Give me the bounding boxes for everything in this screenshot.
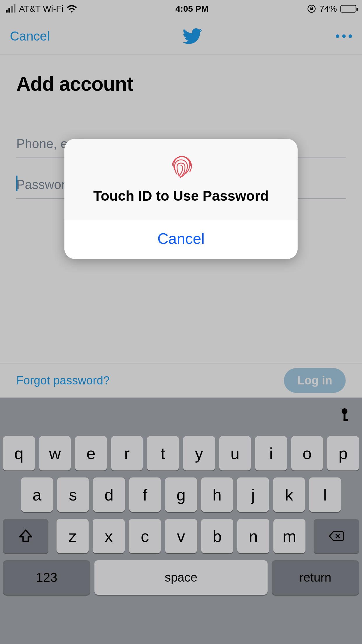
backspace-key[interactable]: [314, 519, 359, 553]
dialog-cancel-button[interactable]: Cancel: [64, 220, 298, 259]
key-r[interactable]: r: [111, 436, 143, 470]
key-g[interactable]: g: [165, 477, 197, 512]
key-t[interactable]: t: [147, 436, 179, 470]
battery-icon: [340, 5, 356, 13]
passwords-key-icon[interactable]: [339, 408, 350, 423]
key-z[interactable]: z: [57, 519, 89, 553]
carrier-label: AT&T Wi-Fi: [19, 4, 63, 14]
key-m[interactable]: m: [273, 519, 305, 553]
login-button[interactable]: Log in: [284, 368, 346, 393]
key-p[interactable]: p: [327, 436, 359, 470]
key-o[interactable]: o: [291, 436, 323, 470]
cancel-button[interactable]: Cancel: [10, 29, 50, 43]
key-d[interactable]: d: [93, 477, 125, 512]
more-options-button[interactable]: [336, 34, 352, 38]
return-key[interactable]: return: [272, 560, 359, 595]
key-u[interactable]: u: [219, 436, 251, 470]
svg-rect-3: [344, 419, 348, 421]
key-a[interactable]: a: [21, 477, 53, 512]
fingerprint-icon: [168, 153, 194, 179]
key-i[interactable]: i: [255, 436, 287, 470]
key-y[interactable]: y: [183, 436, 215, 470]
key-w[interactable]: w: [39, 436, 71, 470]
key-h[interactable]: h: [201, 477, 233, 512]
keyboard: qwertyuiop asdfghjkl zxcvbnm 123 space r…: [0, 398, 362, 644]
key-s[interactable]: s: [57, 477, 89, 512]
dialog-title: Touch ID to Use Password: [73, 188, 289, 204]
key-v[interactable]: v: [165, 519, 197, 553]
key-l[interactable]: l: [309, 477, 341, 512]
key-f[interactable]: f: [129, 477, 161, 512]
forgot-password-link[interactable]: Forgot password?: [16, 374, 110, 387]
numbers-key[interactable]: 123: [3, 560, 90, 595]
orientation-lock-icon: [307, 4, 316, 13]
key-x[interactable]: x: [93, 519, 125, 553]
key-e[interactable]: e: [75, 436, 107, 470]
page-title: Add account: [16, 72, 346, 95]
key-q[interactable]: q: [3, 436, 35, 470]
key-c[interactable]: c: [129, 519, 161, 553]
status-time: 4:05 PM: [175, 4, 208, 14]
space-key[interactable]: space: [94, 560, 268, 595]
touch-id-dialog: Touch ID to Use Password Cancel: [64, 139, 298, 259]
twitter-logo-icon: [182, 26, 203, 46]
shift-key[interactable]: [3, 519, 48, 553]
wifi-icon: [67, 5, 77, 13]
battery-percent: 74%: [319, 4, 337, 14]
nav-bar: Cancel: [0, 18, 362, 55]
key-b[interactable]: b: [201, 519, 233, 553]
key-k[interactable]: k: [273, 477, 305, 512]
login-footer: Forgot password? Log in: [0, 363, 362, 398]
keyboard-suggestion-bar: [3, 402, 359, 429]
cell-signal-icon: [6, 5, 15, 13]
status-bar: AT&T Wi-Fi 4:05 PM 74%: [0, 0, 362, 18]
key-n[interactable]: n: [237, 519, 269, 553]
key-j[interactable]: j: [237, 477, 269, 512]
